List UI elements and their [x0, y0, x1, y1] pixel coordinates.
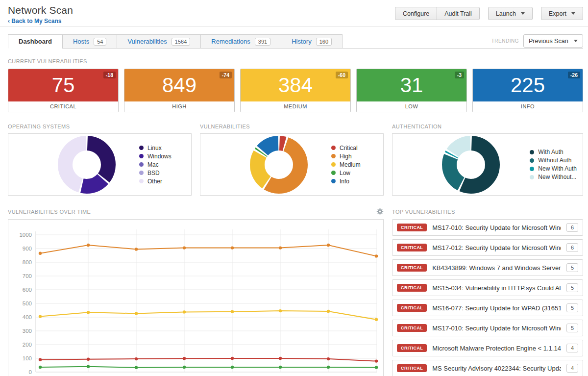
chart-settings-button[interactable]	[376, 208, 384, 215]
tab-label: Hosts	[73, 38, 89, 45]
vulnerability-count-badge: 4	[566, 364, 578, 373]
severity-card-label: INFO	[473, 101, 583, 112]
vulnerability-name: Microsoft Malware Protection Engine < 1.…	[432, 345, 561, 352]
header-titles: Network Scan ‹ Back to My Scans	[8, 4, 73, 26]
severity-card-top: 75-18	[8, 69, 118, 101]
vulnerability-row[interactable]: CRITICALMS Security Advisory 4022344: Se…	[392, 360, 583, 376]
operating-systems-chart-panel: LinuxWindowsMacBSDOther	[8, 133, 192, 196]
vulnerability-row[interactable]: CRITICALMS17-010: Security Update for Mi…	[392, 320, 583, 336]
svg-text:200: 200	[23, 342, 32, 348]
severity-card-info[interactable]: 225-26INFO	[472, 69, 583, 112]
vulnerability-name: MS Security Advisory 4022344: Security U…	[432, 365, 561, 372]
configure-audit-button-group: Configure Audit Trail	[395, 7, 480, 20]
line-chart-svg: 01002003004005006007008009001000	[10, 225, 380, 376]
tab-dashboard[interactable]: Dashboard	[8, 34, 63, 49]
vulnerabilities-section: VULNERABILITIES CriticalHighMediumLowInf…	[200, 124, 384, 196]
back-to-my-scans-link[interactable]: ‹ Back to My Scans	[8, 18, 61, 25]
severity-card-high[interactable]: 849-74HIGH	[124, 69, 235, 112]
main-content: CURRENT VULNERABILITIES 75-18CRITICAL849…	[0, 58, 588, 376]
vulnerability-row[interactable]: CRITICALMS17-010: Security Update for Mi…	[392, 219, 583, 236]
tab-hosts[interactable]: Hosts54	[62, 34, 117, 49]
severity-card-critical[interactable]: 75-18CRITICAL	[8, 69, 119, 112]
chevron-down-icon	[571, 12, 575, 15]
tab-history[interactable]: History160	[281, 34, 343, 49]
legend-dot-icon	[331, 171, 336, 175]
severity-card-medium[interactable]: 384-60MEDIUM	[240, 69, 351, 112]
legend-item: With Auth	[530, 148, 577, 156]
trending-control: TRENDING Previous Scan	[491, 34, 583, 48]
svg-text:1000: 1000	[19, 232, 32, 238]
severity-card-label: LOW	[357, 101, 466, 112]
legend-item: Without Auth	[530, 156, 577, 165]
vulnerabilities-chart-panel: CriticalHighMediumLowInfo	[200, 133, 384, 196]
vulnerabilities-over-time-section: VULNERABILITIES OVER TIME	[8, 208, 384, 376]
export-button[interactable]: Export	[541, 7, 583, 20]
legend-item: Critical	[331, 144, 377, 152]
vulnerability-name: KB4343899: Windows 7 and Windows Server …	[432, 264, 561, 272]
legend-dot-icon	[139, 171, 144, 175]
legend-label: Mac	[147, 161, 159, 168]
svg-text:100: 100	[23, 355, 32, 361]
legend-item: Low	[331, 169, 377, 177]
severity-card-low[interactable]: 31-3LOW	[356, 69, 467, 112]
vulnerability-row[interactable]: CRITICALMS17-012: Security Update for Mi…	[392, 239, 583, 256]
legend-label: With Auth	[538, 149, 563, 155]
legend-item: Linux	[139, 144, 185, 152]
severity-count: 384	[278, 75, 313, 96]
vulnerability-count-badge: 5	[566, 303, 578, 312]
legend-label: BSD	[147, 170, 160, 176]
severity-delta-badge: -3	[455, 72, 464, 78]
vulnerability-count-badge: 5	[566, 324, 578, 332]
vulnerability-row[interactable]: CRITICALKB4343899: Windows 7 and Windows…	[392, 259, 583, 276]
legend-label: Without Auth	[538, 157, 571, 164]
trending-select[interactable]: Previous Scan	[523, 34, 583, 48]
launch-button[interactable]: Launch	[488, 7, 533, 20]
top-vulnerabilities-list: CRITICALMS17-010: Security Update for Mi…	[392, 219, 583, 376]
tab-vulnerabilities[interactable]: Vulnerabilities1564	[117, 34, 201, 49]
svg-text:400: 400	[23, 314, 32, 320]
severity-badge: CRITICAL	[397, 224, 427, 231]
legend-dot-icon	[139, 179, 144, 183]
vulnerability-name: MS15-034: Vulnerability in HTTP.sys Coul…	[432, 284, 561, 292]
legend-dot-icon	[331, 162, 336, 167]
legend-label: New Without...	[538, 174, 576, 180]
svg-text:0: 0	[29, 369, 32, 375]
severity-badge: CRITICAL	[397, 244, 427, 251]
severity-count: 849	[162, 75, 196, 96]
vulnerability-name: MS17-010: Security Update for Microsoft …	[432, 325, 561, 332]
legend-dot-icon	[139, 154, 144, 158]
severity-card-label: CRITICAL	[8, 101, 118, 112]
tab-count-badge: 160	[316, 38, 332, 46]
configure-button[interactable]: Configure	[395, 7, 437, 20]
severity-delta-badge: -74	[220, 72, 232, 78]
severity-badge: CRITICAL	[397, 324, 427, 332]
legend-dot-icon	[530, 158, 534, 163]
operating-systems-legend: LinuxWindowsMacBSDOther	[139, 144, 185, 185]
tab-label: Dashboard	[19, 38, 52, 45]
severity-card-top: 384-60	[241, 69, 350, 101]
severity-count: 75	[52, 75, 75, 96]
vulnerabilities-donut	[247, 136, 310, 194]
legend-item: BSD	[139, 169, 185, 177]
legend-dot-icon	[530, 167, 534, 171]
svg-text:300: 300	[23, 328, 32, 334]
vulnerability-row[interactable]: CRITICALMS15-034: Vulnerability in HTTP.…	[392, 279, 583, 296]
audit-trail-button[interactable]: Audit Trail	[437, 7, 480, 20]
authentication-chart-panel: With AuthWithout AuthNew With AuthNew Wi…	[392, 133, 583, 196]
svg-text:700: 700	[23, 273, 32, 279]
legend-item: New With Auth	[530, 165, 577, 173]
svg-text:500: 500	[23, 301, 32, 306]
severity-badge: CRITICAL	[397, 364, 427, 372]
vulnerability-row[interactable]: CRITICALMicrosoft Malware Protection Eng…	[392, 340, 583, 356]
network-scan-dashboard: Network Scan ‹ Back to My Scans Configur…	[0, 0, 588, 376]
tab-remediations[interactable]: Remediations391	[200, 34, 281, 49]
vulnerability-row[interactable]: CRITICALMS16-077: Security Update for WP…	[392, 300, 583, 316]
severity-badge: CRITICAL	[397, 284, 427, 292]
severity-card-label: MEDIUM	[241, 101, 350, 112]
legend-item: Medium	[331, 160, 377, 169]
legend-label: New With Auth	[538, 165, 577, 172]
current-vulnerabilities-title: CURRENT VULNERABILITIES	[8, 58, 583, 64]
severity-badge: CRITICAL	[397, 344, 427, 352]
trending-label: TRENDING	[491, 38, 519, 44]
authentication-legend: With AuthWithout AuthNew With AuthNew Wi…	[530, 148, 577, 181]
